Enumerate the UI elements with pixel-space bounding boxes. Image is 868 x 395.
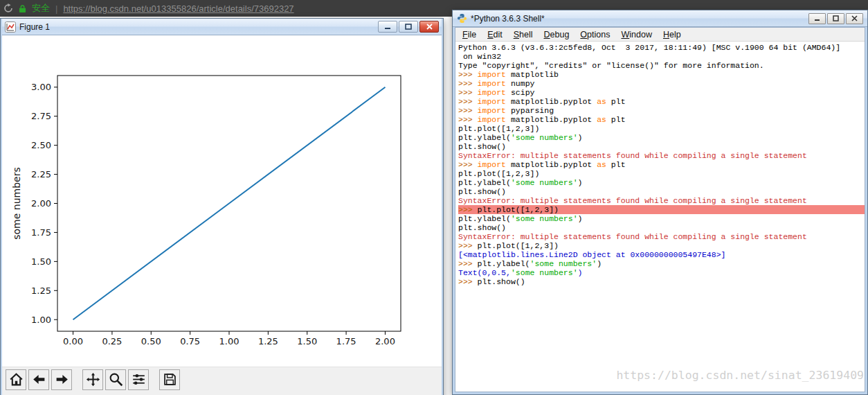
svg-text:1.00: 1.00 (219, 336, 239, 346)
shell-maximize-button[interactable] (827, 13, 844, 24)
svg-text:0.25: 0.25 (102, 336, 122, 346)
menu-options[interactable]: Options (575, 29, 615, 40)
svg-text:2.75: 2.75 (31, 111, 51, 121)
address-separator: | (55, 3, 57, 14)
console-line: plt.ylabel('some numbers') (458, 178, 865, 187)
console-line: >>> import scipy (458, 88, 865, 97)
svg-text:0.50: 0.50 (141, 336, 161, 346)
menu-edit[interactable]: Edit (482, 29, 508, 40)
console-line: SyntaxError: multiple statements found w… (458, 196, 865, 205)
console-line: plt.show() (458, 187, 865, 196)
menu-debug[interactable]: Debug (539, 29, 575, 40)
console-line: >>> import numpy (458, 79, 865, 88)
svg-text:1.50: 1.50 (297, 336, 317, 346)
shell-titlebar[interactable]: *Python 3.6.3 Shell* (453, 10, 867, 27)
menu-window[interactable]: Window (615, 29, 657, 40)
svg-text:0.75: 0.75 (180, 336, 200, 346)
figure-window-icon (5, 21, 16, 33)
forward-icon (55, 372, 69, 387)
figure-window: Figure 1 0.000.250.500.751.001.251.501.7… (0, 18, 444, 395)
back-icon (32, 372, 46, 387)
toolbar-zoom-button[interactable] (105, 369, 126, 390)
svg-text:0.00: 0.00 (63, 336, 83, 346)
save-icon (163, 372, 177, 387)
svg-text:2.50: 2.50 (31, 140, 51, 150)
console-line: plt.ylabel('some numbers') (458, 214, 865, 223)
shell-close-button[interactable] (846, 13, 863, 24)
console-line: plt.plot([1,2,3]) (458, 124, 865, 133)
console-line: [<matplotlib.lines.Line2D object at 0x00… (458, 250, 865, 259)
shell-window-title: *Python 3.6.3 Shell* (471, 14, 808, 24)
console-line: >>> plt.ylabel('some numbers') (458, 259, 865, 268)
console-line: >>> import matplotlib.pyplot as plt (458, 160, 865, 169)
figure-minimize-button[interactable] (378, 21, 397, 33)
toolbar-pan-button[interactable] (82, 369, 103, 390)
python-icon (457, 13, 467, 24)
shell-window: *Python 3.6.3 Shell* FileEditShellDebugO… (452, 10, 868, 395)
figure-titlebar[interactable]: Figure 1 (2, 19, 442, 35)
console-line: plt.show() (458, 142, 865, 151)
console-line: SyntaxError: multiple statements found w… (458, 151, 865, 160)
svg-text:1.00: 1.00 (31, 315, 51, 325)
figure-toolbar (2, 367, 442, 392)
desktop: 安全 | https://blog.csdn.net/u013355826/ar… (0, 0, 868, 395)
pan-icon (86, 372, 100, 387)
menu-help[interactable]: Help (658, 29, 687, 40)
console-line: >>> plt.show() (458, 277, 865, 286)
lock-icon (19, 4, 26, 13)
toolbar-save-button[interactable] (159, 369, 180, 390)
console-line: >>> import matplotlib (458, 70, 865, 79)
console-line: Python 3.6.3 (v3.6.3:2c5fed8, Oct 3 2017… (458, 43, 865, 52)
svg-text:1.25: 1.25 (31, 286, 51, 296)
console-line-highlighted: >>> plt.plot([1,2,3]) (458, 205, 865, 214)
console-line: on win32 (458, 52, 865, 61)
toolbar-back-button[interactable] (28, 369, 49, 390)
console-line: Type "copyright", "credits" or "license(… (458, 61, 865, 70)
console-line: plt.show() (458, 223, 865, 232)
url-text[interactable]: https://blog.csdn.net/u013355826/article… (63, 3, 293, 14)
toolbar-home-button[interactable] (6, 369, 26, 390)
toolbar-configure-button[interactable] (128, 369, 149, 390)
figure-window-title: Figure 1 (19, 22, 378, 32)
shell-console[interactable]: Python 3.6.3 (v3.6.3:2c5fed8, Oct 3 2017… (455, 42, 865, 392)
console-line: Text(0,0.5,'some numbers') (458, 268, 865, 277)
zoom-icon (109, 372, 123, 387)
figure-statusbar (2, 392, 442, 395)
chart-svg: 0.000.250.500.751.001.251.501.752.001.00… (2, 35, 443, 367)
console-line: >>> import matplotlib.pyplot as plt (458, 115, 865, 124)
svg-text:1.75: 1.75 (31, 227, 51, 238)
menu-file[interactable]: File (457, 29, 482, 40)
svg-text:some numbers: some numbers (11, 167, 22, 240)
figure-close-button[interactable] (419, 21, 439, 33)
console-line: plt.plot([1,2,3]) (458, 169, 865, 178)
console-line: plt.ylabel('some numbers') (458, 133, 865, 142)
shell-menu-bar: FileEditShellDebugOptionsWindowHelp (455, 28, 865, 42)
console-line: SyntaxError: multiple statements found w… (458, 232, 865, 241)
figure-canvas: 0.000.250.500.751.001.251.501.752.001.00… (2, 35, 442, 367)
console-line: >>> import pyparsing (458, 106, 865, 115)
shell-minimize-button[interactable] (808, 13, 826, 24)
refresh-icon[interactable] (3, 3, 13, 13)
toolbar-forward-button[interactable] (51, 369, 72, 390)
svg-text:1.25: 1.25 (258, 336, 278, 346)
svg-text:2.00: 2.00 (31, 198, 51, 209)
line-chart: 0.000.250.500.751.001.251.501.752.001.00… (2, 35, 442, 369)
console-line: >>> plt.plot([1,2,3]) (458, 241, 865, 250)
svg-text:2.00: 2.00 (375, 336, 395, 346)
svg-text:1.75: 1.75 (336, 336, 356, 346)
home-icon (9, 372, 24, 387)
menu-shell[interactable]: Shell (508, 29, 539, 40)
svg-text:2.25: 2.25 (31, 169, 51, 179)
configure-icon (132, 372, 146, 387)
svg-text:1.50: 1.50 (31, 256, 51, 267)
console-line: >>> import matplotlib.pyplot as plt (458, 97, 865, 106)
svg-text:3.00: 3.00 (31, 82, 51, 92)
security-label: 安全 (32, 2, 50, 15)
figure-maximize-button[interactable] (399, 21, 418, 33)
